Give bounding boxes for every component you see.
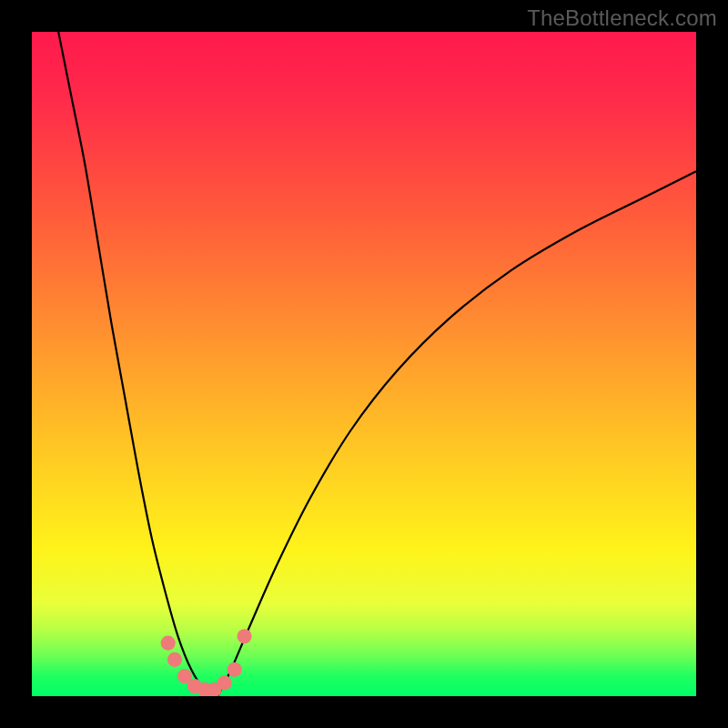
plot-area <box>32 32 696 696</box>
chart-svg <box>32 32 696 696</box>
valley-dot <box>228 662 242 677</box>
valley-dot <box>161 636 176 651</box>
outer-frame: TheBottleneck.com <box>0 0 728 728</box>
valley-dot <box>238 629 252 643</box>
valley-dot <box>217 675 232 690</box>
curve-left <box>58 32 217 696</box>
curve-right <box>217 171 696 696</box>
watermark-text: TheBottleneck.com <box>527 5 717 31</box>
valley-dot <box>167 652 182 667</box>
valley-dots <box>161 629 252 696</box>
